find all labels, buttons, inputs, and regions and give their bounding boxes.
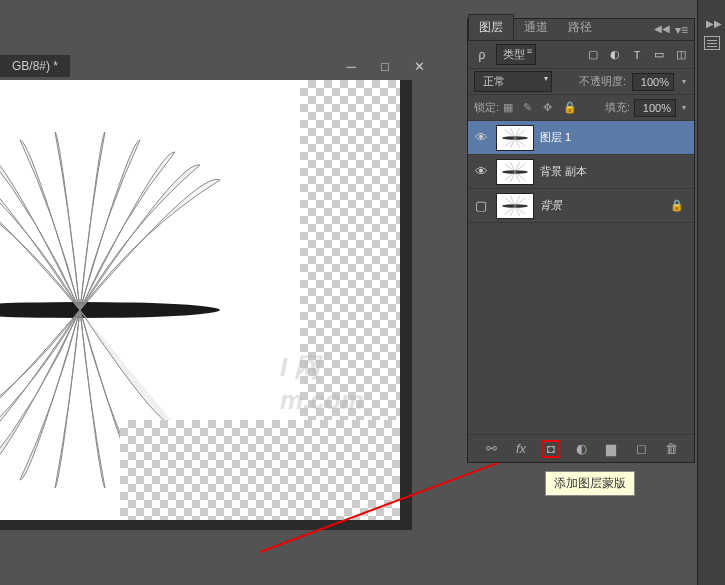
panel-menu-icon[interactable]: ▾≡ [675,23,688,37]
filter-pixel-icon[interactable]: ▢ [586,48,600,62]
filter-smart-icon[interactable]: ◫ [674,48,688,62]
layers-panel: 图层 通道 路径 ◀◀ ▾≡ ρ 类型 ▢ ◐ T ▭ ◫ 正常 不透明度: 1… [467,18,695,463]
fill-input[interactable]: 100% [634,99,676,117]
blend-row: 正常 不透明度: 100% ▾ [468,69,694,95]
filter-type-icon[interactable]: T [630,48,644,62]
lock-pixels-icon[interactable]: ✎ [523,101,537,115]
canvas-area[interactable]: I 网 m.com [0,80,412,530]
document-tab[interactable]: GB/8#) * [0,55,70,77]
transparency-grid-bottom [120,420,400,520]
layer-thumbnail[interactable] [496,193,534,219]
filter-row: ρ 类型 ▢ ◐ T ▭ ◫ [468,41,694,69]
new-layer-icon[interactable]: ◻ [632,440,650,458]
layer-name[interactable]: 图层 1 [540,130,571,145]
lock-label: 锁定: [474,100,499,115]
tab-paths[interactable]: 路径 [558,15,602,40]
lock-row: 锁定: ▦ ✎ ✥ 🔒 填充: 100% ▾ [468,95,694,121]
visibility-icon[interactable]: 👁 [472,164,490,179]
trash-icon[interactable]: 🗑 [662,440,680,458]
layer-row[interactable]: 👁 背景 副本 [468,155,694,189]
layer-row[interactable]: 👁 图层 1 [468,121,694,155]
fill-arrow-icon[interactable]: ▾ [680,103,688,112]
layer-name[interactable]: 背景 副本 [540,164,587,179]
window-controls: ─ □ ✕ [340,55,430,77]
dock-collapse-icon[interactable]: ▶▶ [706,18,722,29]
filter-adjust-icon[interactable]: ◐ [608,48,622,62]
visibility-icon[interactable]: 👁 [472,130,490,145]
lock-position-icon[interactable]: ✥ [543,101,557,115]
dock-panel-icon[interactable] [704,36,720,50]
layer-name[interactable]: 背景 [540,198,562,213]
tooltip: 添加图层蒙版 [545,471,635,496]
filter-dropdown[interactable]: 类型 [496,44,536,65]
layer-thumbnail[interactable] [496,125,534,151]
collapse-icon[interactable]: ◀◀ [654,23,670,34]
group-icon[interactable]: ▆ [602,440,620,458]
panel-footer: ⚯ fx ◘ ◐ ▆ ◻ 🗑 [468,434,694,462]
adjustment-layer-icon[interactable]: ◐ [572,440,590,458]
layer-fx-icon[interactable]: fx [512,440,530,458]
layer-thumbnail[interactable] [496,159,534,185]
filter-shape-icon[interactable]: ▭ [652,48,666,62]
opacity-label: 不透明度: [579,74,626,89]
lock-transparency-icon[interactable]: ▦ [503,101,517,115]
layer-list: 👁 图层 1 👁 背景 副本 ▢ 背景 🔒 [468,121,694,223]
visibility-icon[interactable]: ▢ [472,198,490,213]
right-dock: ▶▶ [697,0,725,585]
minimize-button[interactable]: ─ [340,55,362,77]
tab-channels[interactable]: 通道 [514,15,558,40]
filter-kind-icon[interactable]: ρ [474,47,490,63]
close-button[interactable]: ✕ [408,55,430,77]
tab-layers[interactable]: 图层 [468,14,514,40]
fill-label: 填充: [605,100,630,115]
blend-mode-dropdown[interactable]: 正常 [474,71,552,92]
panel-tabs: 图层 通道 路径 ◀◀ ▾≡ [468,19,694,41]
add-mask-icon[interactable]: ◘ [542,440,560,458]
opacity-arrow-icon[interactable]: ▾ [680,77,688,86]
canvas[interactable]: I 网 m.com [0,80,400,520]
workspace: GB/8#) * ─ □ ✕ [0,0,440,585]
layer-row[interactable]: ▢ 背景 🔒 [468,189,694,223]
lock-indicator-icon: 🔒 [670,199,684,212]
maximize-button[interactable]: □ [374,55,396,77]
watermark: I 网 m.com [280,350,400,416]
lock-all-icon[interactable]: 🔒 [563,101,577,115]
link-layers-icon[interactable]: ⚯ [482,440,500,458]
opacity-input[interactable]: 100% [632,73,674,91]
